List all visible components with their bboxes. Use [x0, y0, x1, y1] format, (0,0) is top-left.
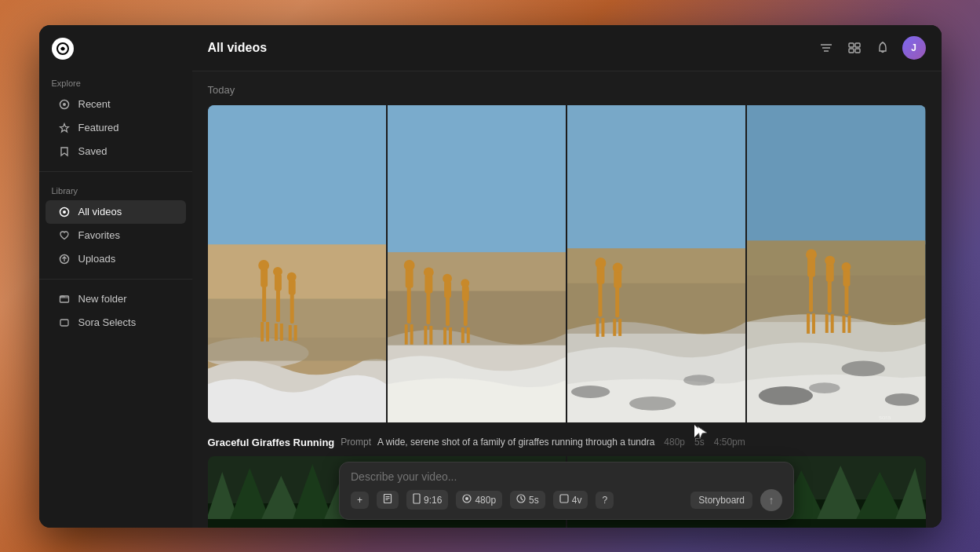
svg-point-44 — [403, 260, 414, 271]
svg-rect-58 — [462, 285, 469, 301]
svg-rect-32 — [279, 324, 282, 341]
sidebar-item-saved[interactable]: Saved — [46, 140, 186, 163]
add-icon: + — [357, 495, 362, 506]
sidebar-divider-1 — [39, 171, 192, 172]
svg-rect-55 — [443, 327, 446, 345]
app-window: Explore Recent Featured — [39, 25, 942, 528]
saved-icon — [58, 145, 71, 158]
svg-rect-101 — [848, 316, 851, 333]
svg-line-119 — [521, 499, 523, 500]
list-view-icon[interactable] — [846, 39, 863, 57]
avatar[interactable]: J — [902, 36, 926, 60]
prompt-input[interactable] — [351, 470, 782, 483]
all-videos-icon — [58, 206, 71, 218]
svg-rect-33 — [290, 291, 293, 323]
library-section-label: Library — [39, 180, 192, 200]
prompt-actions: + — [351, 489, 782, 511]
sidebar-item-featured[interactable]: Featured — [46, 116, 186, 140]
svg-rect-39 — [388, 105, 566, 260]
sidebar-item-uploads[interactable]: Uploads — [46, 247, 186, 271]
saved-label: Saved — [78, 145, 107, 157]
svg-rect-56 — [449, 327, 452, 345]
all-videos-label: All videos — [78, 206, 122, 218]
topbar: All videos — [192, 25, 942, 71]
svg-rect-95 — [825, 314, 829, 333]
svg-rect-92 — [828, 276, 832, 312]
app-body: Explore Recent Featured — [39, 25, 942, 528]
svg-rect-96 — [831, 314, 834, 333]
send-icon: ↑ — [769, 494, 774, 506]
ratio-button[interactable]: 9:16 — [406, 490, 448, 510]
svg-rect-120 — [560, 495, 568, 503]
favorites-label: Favorites — [78, 229, 120, 241]
svg-rect-7 — [60, 320, 68, 326]
svg-point-84 — [885, 393, 919, 406]
send-button[interactable]: ↑ — [760, 489, 782, 511]
filter-icon[interactable] — [818, 39, 835, 57]
doc-button[interactable] — [377, 491, 399, 509]
svg-rect-73 — [601, 318, 604, 337]
video-duration: 5s — [694, 437, 705, 448]
sidebar-divider-2 — [39, 279, 192, 280]
svg-rect-46 — [410, 324, 413, 345]
sidebar-logo — [39, 38, 192, 72]
svg-point-49 — [424, 267, 434, 277]
featured-label: Featured — [78, 122, 119, 133]
video-panel-4[interactable]: sora — [747, 105, 925, 422]
prompt-label: Prompt — [341, 437, 371, 448]
topbar-actions: J — [818, 36, 926, 60]
video-panel-2[interactable] — [388, 105, 566, 422]
help-button[interactable]: ? — [596, 492, 614, 509]
svg-rect-90 — [807, 313, 810, 334]
svg-rect-74 — [615, 283, 619, 316]
svg-rect-50 — [424, 326, 427, 345]
svg-rect-91 — [812, 313, 815, 334]
sidebar-item-all-videos[interactable]: All videos — [46, 200, 186, 224]
video-info-bar: Graceful Giraffes Running Prompt A wide,… — [208, 432, 926, 456]
sora-selects-label: Sora Selects — [78, 316, 137, 328]
svg-rect-93 — [826, 263, 834, 282]
bell-icon[interactable] — [874, 39, 891, 57]
quality-icon — [462, 494, 472, 506]
svg-point-116 — [465, 497, 468, 500]
sidebar-item-recent[interactable]: Recent — [46, 93, 186, 116]
svg-point-68 — [629, 396, 676, 410]
svg-rect-61 — [467, 327, 470, 343]
uploads-icon — [58, 253, 71, 265]
video-panel-1[interactable] — [208, 105, 386, 422]
video-grid-main: sora — [208, 105, 926, 422]
svg-point-94 — [825, 255, 836, 265]
svg-point-66 — [571, 386, 610, 398]
sidebar-item-new-folder[interactable]: New folder — [46, 287, 186, 311]
sidebar-item-favorites[interactable]: Favorites — [46, 224, 186, 247]
svg-point-89 — [806, 249, 817, 260]
ratio-icon — [413, 493, 421, 506]
svg-rect-13 — [849, 49, 854, 53]
add-button[interactable]: + — [351, 492, 369, 509]
svg-point-59 — [461, 279, 469, 287]
svg-rect-63 — [567, 105, 745, 252]
video-panel-3[interactable] — [567, 105, 745, 422]
video-title: Graceful Giraffes Running — [208, 437, 335, 448]
uploads-label: Uploads — [78, 253, 116, 265]
version-button[interactable]: 4v — [553, 491, 588, 509]
svg-rect-45 — [404, 324, 407, 345]
svg-point-35 — [286, 272, 296, 281]
svg-point-82 — [759, 386, 813, 405]
duration-button[interactable]: 5s — [510, 491, 545, 509]
storyboard-button[interactable]: Storyboard — [690, 492, 752, 509]
quality-button[interactable]: 480p — [456, 491, 502, 509]
app-logo-icon — [52, 38, 74, 60]
svg-rect-34 — [288, 279, 295, 294]
content-area[interactable]: Today — [192, 71, 942, 528]
svg-rect-80 — [747, 105, 925, 244]
svg-rect-28 — [275, 287, 279, 321]
svg-point-4 — [63, 210, 66, 214]
version-label: 4v — [572, 495, 582, 506]
svg-rect-69 — [599, 279, 603, 316]
sidebar-item-sora-selects[interactable]: Sora Selects — [46, 311, 186, 334]
svg-rect-31 — [274, 324, 277, 341]
ratio-label: 9:16 — [424, 495, 442, 506]
svg-point-15 — [882, 42, 883, 43]
svg-rect-86 — [747, 275, 925, 321]
